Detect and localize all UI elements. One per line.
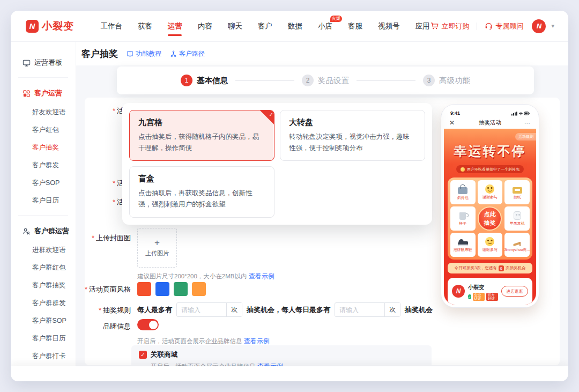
sidebar-item-group-lottery[interactable]: 客户群抽奖 [11, 277, 76, 294]
sidebar-item-friend-welcome[interactable]: 好友欢迎语 [11, 103, 76, 121]
nav-item-shop[interactable]: 小店 火爆 [317, 11, 333, 41]
step-number: 2 [302, 75, 314, 86]
sidebar-section-customer-ops[interactable]: 客户运营 [11, 83, 76, 103]
activity-rules-tag: 活动规则 [515, 133, 536, 140]
chances-text-post: 次抽奖机会 [506, 265, 526, 271]
divider [18, 77, 68, 78]
prize-label: 潮牌帆布鞋 [454, 247, 472, 253]
brand-info-label: 品牌信息 [85, 322, 131, 331]
tissue-icon [513, 187, 522, 194]
divider [477, 23, 477, 30]
type-card-grid[interactable]: ✓ 九宫格 点击抽奖后，获得随机格子内的奖品，易于理解，操作简便 [129, 110, 274, 161]
activity-type-popup: ✓ 九宫格 点击抽奖后，获得随机格子内的奖品，易于理解，操作简便 大转盘 转动轮… [122, 103, 432, 225]
nav-item-service[interactable]: 客服 [347, 11, 363, 41]
linked-mall-checkbox[interactable]: ✓ [139, 351, 147, 359]
avatar[interactable]: N [532, 19, 546, 33]
upload-image-button[interactable]: + 上传图片 [137, 228, 177, 268]
chances-count: 6 [499, 265, 504, 271]
step-connector [235, 80, 294, 81]
divider [18, 215, 68, 216]
section-title: 客户运营 [34, 88, 62, 98]
footer-bar [11, 366, 568, 381]
sidebar-item-group-redpacket[interactable]: 客户群红包 [11, 259, 76, 277]
sidebar-item-group-welcome[interactable]: 进群欢迎语 [11, 241, 76, 259]
group-ops-icon [23, 227, 31, 235]
nav-item-workbench[interactable]: 工作台 [99, 11, 123, 41]
headset-icon [485, 22, 493, 30]
banner-title: 幸运转不停 [444, 143, 536, 160]
chevron-down-icon[interactable]: ▾ [551, 23, 554, 29]
upload-hint: 建议图片尺寸200*200，大小在2MB以内 查看示例 [137, 272, 274, 281]
nav-item-chat[interactable]: 聊天 [227, 11, 243, 41]
sidebar-item-customer-masssend[interactable]: 客户群发 [11, 157, 76, 174]
sidebar-item-customer-redpacket[interactable]: 客户红包 [11, 121, 76, 139]
path-icon [170, 50, 177, 57]
style-swatch-orange[interactable] [192, 282, 206, 296]
sidebar-item-dashboard[interactable]: 运营看板 [11, 54, 76, 72]
page-style-swatches [137, 282, 206, 296]
draw-button-line1: 点此 [484, 211, 496, 218]
max-total-input[interactable] [177, 306, 226, 314]
nav-item-operations[interactable]: 运营 [167, 11, 183, 41]
nav-item-video[interactable]: 视频号 [377, 11, 401, 41]
style-swatch-green[interactable] [174, 282, 188, 296]
linked-mall-label: 关联商城 [151, 350, 177, 359]
sidebar-dashboard-label: 运营看板 [34, 58, 62, 68]
phone-page-title: 抽奖活动 [444, 119, 536, 127]
view-example-link-3[interactable]: 查看示例 [244, 337, 270, 345]
dashboard-icon [23, 59, 31, 67]
type-card-blindbox[interactable]: 盲盒 点击抽取后，再获取奖品信息，创新性强，强烈刺激用户的拆盒欲望 [129, 166, 274, 217]
max-daily-input[interactable] [335, 306, 384, 314]
cart-icon [430, 22, 439, 30]
sidebar-section-group-ops[interactable]: 客户群运营 [11, 221, 76, 241]
visit-shop-button: 进店逛逛 [501, 286, 528, 297]
style-swatch-red[interactable] [137, 282, 151, 296]
prize-label: 斜挎包 [457, 195, 469, 201]
step-prize-settings[interactable]: 2 奖品设置 [302, 75, 349, 86]
sidebar-item-group-masssend[interactable]: 客户群群发 [11, 294, 76, 312]
advisor-link[interactable]: 专属顾问 [485, 21, 523, 31]
type-card-desc: 点击抽奖后，获得随机格子内的奖品，易于理解，操作简便 [138, 131, 265, 153]
step-number: 1 [181, 75, 192, 86]
draw-button: 点此 抽奖 [478, 206, 502, 231]
nav-item-acquisition[interactable]: 获客 [137, 11, 153, 41]
view-example-link-2[interactable]: 查看示例 [249, 272, 274, 280]
prize-grid: 斜挎包 谢谢参与 抽纸 [448, 177, 532, 260]
customer-path-link[interactable]: 客户路径 [170, 49, 205, 58]
step-advanced[interactable]: 3 高级功能 [423, 75, 470, 86]
nav-item-content[interactable]: 内容 [197, 11, 213, 41]
sidebar: 运营看板 客户运营 好友欢迎语 客户红包 客户抽奖 客户群发 客户SOP 客户日… [11, 42, 76, 381]
plus-icon: + [154, 238, 160, 247]
app-window: N 小裂变 工作台 获客 运营 内容 聊天 客户 数据 小店 火爆 客服 视频号… [11, 11, 568, 381]
tutorial-link[interactable]: 功能教程 [127, 49, 161, 58]
brand-hint-text: 开启后，活动页面会展示企业品牌信息 [137, 338, 242, 344]
type-card-title: 盲盒 [138, 174, 265, 184]
sidebar-item-group-checkin[interactable]: 客户群打卡 [11, 347, 76, 365]
brand-logo[interactable]: N 小裂变 [26, 19, 94, 33]
sidebar-item-customer-sop[interactable]: 客户SOP [11, 174, 76, 192]
nav-item-data[interactable]: 数据 [287, 11, 303, 41]
sidebar-item-group-calendar[interactable]: 客户群日历 [11, 330, 76, 347]
section-title: 客户群运营 [34, 226, 69, 236]
gift-icon [461, 167, 465, 172]
sidebar-item-customer-calendar[interactable]: 客户日历 [11, 192, 76, 210]
step-basic-info[interactable]: 1 基本信息 [181, 75, 228, 86]
cup-icon [459, 212, 466, 220]
order-now-link[interactable]: 立即订购 [430, 21, 469, 31]
nav-item-apps[interactable]: 应用 [414, 11, 430, 41]
page-style-label: 活动页面风格 [85, 285, 131, 294]
main-content: 客户抽奖 功能教程 客户路径 1 基本信息 2 [76, 42, 568, 381]
status-time: 9:41 [450, 110, 460, 116]
upload-hint-text: 建议图片尺寸200*200，大小在2MB以内 [137, 273, 247, 279]
type-card-wheel[interactable]: 大转盘 转动轮盘决定奖项，视觉冲击力强，趣味性强，便于控制奖项分布 [280, 110, 425, 161]
nav-item-customers[interactable]: 客户 [257, 11, 273, 41]
nav-item-shop-label: 小店 [318, 22, 332, 30]
style-swatch-blue[interactable] [155, 282, 169, 296]
brand-info-hint: 开启后，活动页面会展示企业品牌信息 查看示例 [137, 337, 270, 346]
brand-info-toggle[interactable] [137, 319, 159, 330]
prize-label: 杯子 [459, 221, 466, 226]
sidebar-item-group-sop[interactable]: 客户群SOP [11, 312, 76, 330]
max-daily-input-group: 次 [335, 302, 400, 317]
main-menu: 工作台 获客 运营 内容 聊天 客户 数据 小店 火爆 客服 视频号 应用 [99, 11, 430, 41]
sidebar-item-customer-lottery[interactable]: 客户抽奖 [11, 139, 76, 157]
